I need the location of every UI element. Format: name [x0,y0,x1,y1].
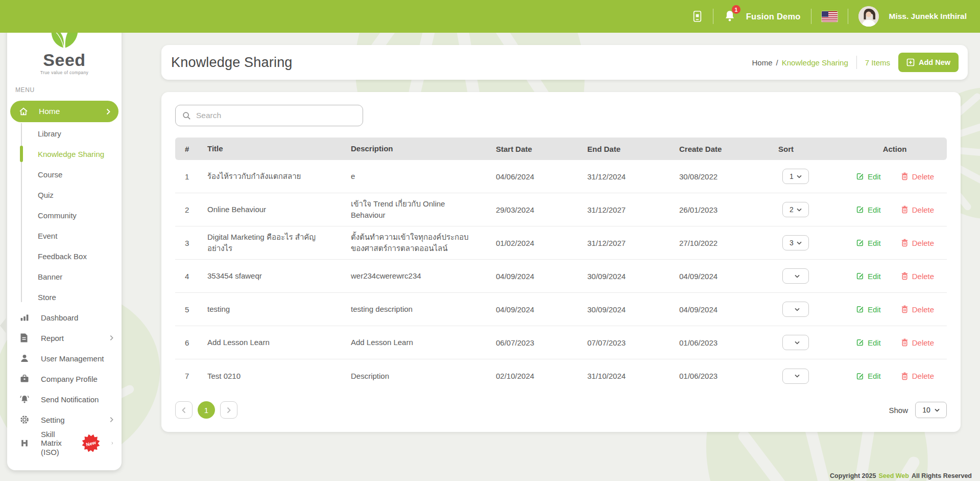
column-header-create-date: Create Date [679,145,778,153]
row-create-date: 26/01/2023 [679,205,778,214]
breadcrumb-divider [856,56,857,69]
sort-dropdown[interactable] [782,335,809,350]
delete-button[interactable]: Delete [900,172,934,181]
items-count: 7 Items [865,58,890,67]
sidebar-item-library[interactable]: Library [7,123,122,144]
breadcrumb-home[interactable]: Home [752,58,773,67]
sidebar-item-dashboard[interactable]: Dashboard [7,307,122,328]
logo-tagline: True value of company [40,70,89,75]
user-name[interactable]: Miss. Junekk Inthiral [889,12,967,21]
sidebar-collapse-handle[interactable] [0,318,6,333]
footer-brand-link[interactable]: Seed Web [878,472,909,479]
page-title: Knowledge Sharing [171,55,293,71]
sidebar-item-event[interactable]: Event [7,225,122,246]
sidebar-item-store[interactable]: Store [7,287,122,307]
delete-icon [900,338,909,347]
edit-button[interactable]: Edit [855,205,881,214]
sidebar-item-course[interactable]: Course [7,164,122,185]
delete-icon [900,305,909,314]
delete-button[interactable]: Delete [900,205,934,214]
sidebar-item-home[interactable]: Home [10,101,118,122]
new-badge: New [80,432,103,454]
row-start-date: 02/10/2024 [496,372,587,380]
edit-button[interactable]: Edit [855,338,881,347]
sort-dropdown[interactable]: 3 [782,235,809,250]
page-size-dropdown[interactable]: 10 [915,402,947,418]
footer-rights: All Rights Reserved [912,472,972,479]
sidebar-sub-item-label: Event [38,232,57,240]
edit-button[interactable]: Edit [855,305,881,314]
sort-dropdown[interactable] [782,268,809,284]
notification-bell-icon [19,394,30,404]
row-create-date: 01/06/2023 [679,372,778,380]
sort-dropdown[interactable] [782,369,809,384]
delete-button[interactable]: Delete [900,271,934,281]
notifications-button[interactable]: 1 [724,10,736,23]
header-divider [713,9,713,24]
breadcrumb: Home / Knowledge Sharing 7 Items [752,56,890,69]
breadcrumb-current: Knowledge Sharing [782,58,848,67]
sidebar-sub-item-label: Knowledge Sharing [38,150,104,158]
sidebar-item-banner[interactable]: Banner [7,266,122,287]
edit-button[interactable]: Edit [855,271,881,281]
search-icon [182,111,191,120]
add-new-icon [906,58,915,66]
sidebar-item-send-notification[interactable]: Send Notification [7,389,122,409]
sort-dropdown[interactable]: 1 [782,169,809,184]
row-end-date: 31/10/2024 [587,372,679,380]
sidebar-sub-item-label: Library [38,129,61,138]
sort-value: 3 [790,239,794,247]
chevron-right-icon [111,440,113,446]
row-description: wer234cwerewrc234 [351,270,496,282]
search-box [175,105,363,126]
delete-icon [900,271,909,281]
row-title: Add Lesson Learn [207,337,351,348]
row-index: 1 [175,172,207,181]
prev-page-button[interactable] [175,401,193,419]
sort-dropdown[interactable]: 2 [782,202,809,217]
user-avatar[interactable] [858,6,879,27]
qr-scan-button[interactable] [692,10,703,22]
row-end-date: 30/09/2024 [587,272,679,281]
edit-button[interactable]: Edit [855,372,881,381]
language-flag-us[interactable] [822,11,838,22]
add-new-button[interactable]: Add New [898,53,959,72]
sidebar-item-quiz[interactable]: Quiz [7,185,122,205]
sidebar-item-skill-matrix-iso[interactable]: Skill Matrix (ISO) New [7,430,122,456]
knowledge-sharing-card: # Title Description Start Date End Date … [161,92,961,432]
chevron-right-icon [110,417,113,423]
chevron-down-icon [797,208,802,212]
sidebar-item-feedback-box[interactable]: Feedback Box [7,246,122,266]
briefcase-icon [19,374,30,384]
sidebar-item-community[interactable]: Community [7,205,122,225]
row-title: Test 0210 [207,371,351,382]
delete-button[interactable]: Delete [900,238,934,247]
column-header-description: Description [351,143,496,154]
next-page-button[interactable] [220,401,237,419]
sidebar-item-user-management[interactable]: User Management [7,348,122,369]
edit-button[interactable]: Edit [855,172,881,181]
user-icon [19,353,30,363]
row-create-date: 04/09/2024 [679,272,778,281]
chevron-down-icon [795,374,800,378]
brand-name[interactable]: Fusion Demo [746,12,801,21]
sidebar-item-report[interactable]: Report [7,328,122,348]
sidebar-item-company-profile[interactable]: Company Profile [7,369,122,389]
delete-icon [900,172,909,181]
delete-button[interactable]: Delete [900,338,934,347]
delete-button[interactable]: Delete [900,372,934,381]
table-row: 3 Digital Marketing คืออะไร สำคัญอย่างไร… [175,226,947,260]
row-start-date: 06/07/2023 [496,338,587,347]
edit-icon [855,305,865,314]
sidebar-item-knowledge-sharing[interactable]: Knowledge Sharing [7,144,122,164]
sort-dropdown[interactable] [782,302,809,317]
delete-button[interactable]: Delete [900,305,934,314]
header-divider [848,9,848,24]
search-input[interactable] [196,111,356,120]
chevron-right-icon [227,407,231,414]
sidebar-item-setting[interactable]: Setting [7,409,122,430]
row-title: Digital Marketing คืออะไร สำคัญอย่างไร [207,232,351,254]
row-end-date: 31/12/2024 [587,172,679,181]
edit-button[interactable]: Edit [855,238,881,247]
current-page-button[interactable]: 1 [198,401,215,419]
